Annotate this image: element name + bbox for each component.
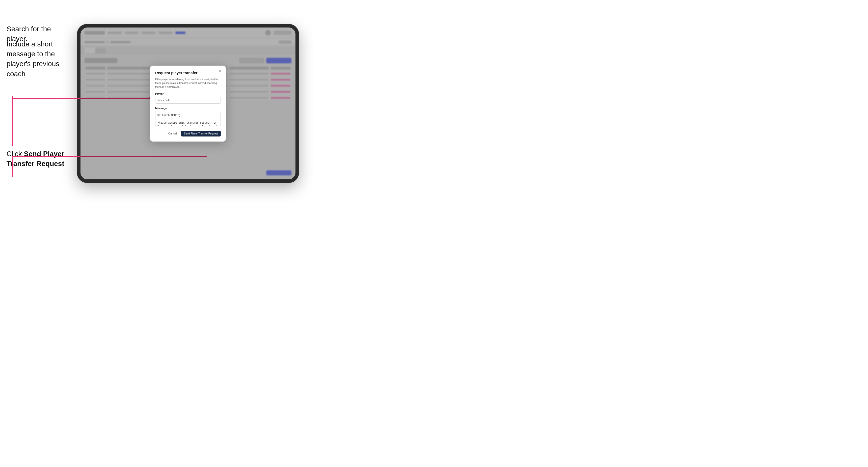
send-transfer-request-button[interactable]: Send Player Transfer Request [181, 131, 221, 136]
cancel-button[interactable]: Cancel [166, 131, 179, 136]
modal-actions: Cancel Send Player Transfer Request [155, 131, 221, 136]
message-textarea[interactable]: Hi Coach McHarg, Please accept this tran… [155, 111, 221, 126]
modal-close-button[interactable]: × [218, 69, 222, 74]
player-input[interactable] [155, 97, 221, 104]
annotation-message: Include a short message to the player's … [6, 39, 73, 79]
tablet-screen: Request player transfer × If the player … [81, 28, 296, 179]
modal-title: Request player transfer [155, 71, 221, 75]
message-field-label: Message [155, 107, 221, 110]
tablet-frame: Request player transfer × If the player … [77, 24, 299, 183]
player-field-label: Player [155, 92, 221, 95]
modal-overlay: Request player transfer × If the player … [81, 28, 296, 179]
annotation-click: Click Send Player Transfer Request [6, 149, 65, 168]
request-transfer-modal: Request player transfer × If the player … [150, 66, 226, 142]
modal-description: If the player is transferring from anoth… [155, 77, 221, 89]
